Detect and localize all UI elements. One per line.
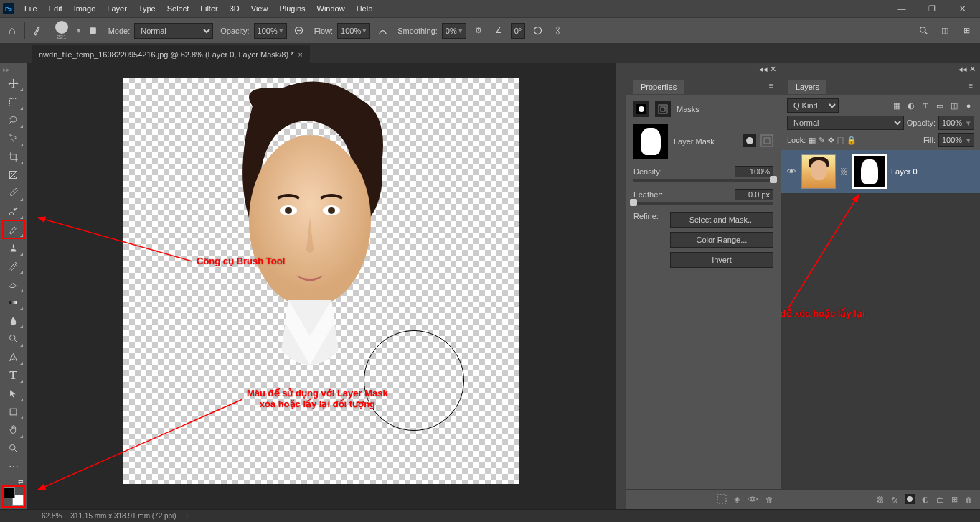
fill-value[interactable]: 100%▾ <box>938 133 974 147</box>
layer-mask-thumb[interactable] <box>852 154 887 189</box>
frame-tool[interactable] <box>4 167 24 183</box>
lock-pixels-icon[interactable]: ✎ <box>819 136 825 145</box>
document-tab[interactable]: nwdn_file_temp_1608220954216.jpg @ 62.8%… <box>32 45 310 63</box>
layer-mask-thumb[interactable] <box>633 124 668 159</box>
tab-close-icon[interactable]: × <box>298 50 302 59</box>
brush-tool[interactable] <box>4 221 24 238</box>
lock-all-icon[interactable]: 🔒 <box>847 136 857 145</box>
marquee-tool[interactable] <box>4 93 24 110</box>
lock-transparency-icon[interactable]: ▦ <box>809 136 816 145</box>
move-tool[interactable] <box>4 75 24 92</box>
tool-preset-icon[interactable] <box>31 23 47 39</box>
layer-thumb[interactable] <box>801 154 836 189</box>
add-mask-icon[interactable] <box>905 494 915 505</box>
collapse-icon[interactable]: ◂◂ ✕ <box>759 65 776 74</box>
menu-image[interactable]: Image <box>68 0 102 17</box>
gradient-tool[interactable] <box>4 294 24 311</box>
new-layer-icon[interactable]: ⊞ <box>951 495 958 504</box>
filter-pixel-icon[interactable]: ▦ <box>891 100 903 111</box>
feather-slider[interactable] <box>633 202 773 205</box>
symmetry-icon[interactable] <box>550 23 565 39</box>
menu-layer[interactable]: Layer <box>101 0 133 17</box>
shape-tool[interactable] <box>4 404 24 420</box>
layer-name[interactable]: Layer 0 <box>891 167 918 176</box>
menu-edit[interactable]: Edit <box>43 0 68 17</box>
eyedropper-tool[interactable] <box>4 185 24 201</box>
delete-mask-icon[interactable]: 🗑 <box>765 495 773 504</box>
dodge-tool[interactable] <box>4 330 24 347</box>
filter-smart-icon[interactable]: ◫ <box>948 100 960 111</box>
new-adjustment-icon[interactable]: ◐ <box>922 495 929 504</box>
toggle-mask-icon[interactable] <box>747 495 758 505</box>
minimize-button[interactable]: — <box>887 0 917 17</box>
opacity-value[interactable]: 100% ▾ <box>254 23 287 39</box>
blend-mode-select[interactable]: Normal <box>787 116 904 130</box>
history-brush-tool[interactable] <box>4 258 24 274</box>
zoom-tool[interactable] <box>4 440 24 457</box>
blur-tool[interactable] <box>4 312 24 329</box>
filter-toggle-icon[interactable]: ● <box>963 100 974 111</box>
layer-list[interactable]: ⛓ Layer 0 Layer mask để xóa hoặc lấy lại <box>781 150 980 489</box>
angle-value[interactable]: 0° <box>511 23 526 39</box>
quick-select-tool[interactable] <box>4 130 24 146</box>
canvas-area[interactable]: Công cụ Brush Tool Màu để sử dụng với La… <box>27 63 616 509</box>
close-button[interactable]: ✕ <box>947 0 977 17</box>
foreground-color[interactable] <box>4 487 15 498</box>
layer-style-icon[interactable]: fx <box>891 495 897 504</box>
menu-filter[interactable]: Filter <box>194 0 223 17</box>
smoothing-options-icon[interactable]: ⚙ <box>471 23 486 39</box>
properties-tab[interactable]: Properties <box>633 80 684 94</box>
density-slider[interactable] <box>633 179 773 182</box>
healing-brush-tool[interactable] <box>4 203 24 220</box>
filter-kind-select[interactable]: Q Kind <box>787 98 839 113</box>
feather-input[interactable] <box>735 189 773 200</box>
filter-adjust-icon[interactable]: ◐ <box>905 100 917 111</box>
zoom-level[interactable]: 62.8% <box>42 512 62 520</box>
filter-shape-icon[interactable]: ▭ <box>934 100 946 111</box>
menu-view[interactable]: View <box>245 0 274 17</box>
brush-settings-icon[interactable] <box>85 23 101 39</box>
status-caret-icon[interactable]: 〉 <box>185 511 192 521</box>
document-dimensions[interactable]: 311.15 mm x 318.91 mm (72 ppi) <box>70 512 176 520</box>
panel-menu-icon[interactable]: ≡ <box>769 81 773 90</box>
density-input[interactable] <box>735 166 773 177</box>
menu-type[interactable]: Type <box>133 0 161 17</box>
type-tool[interactable]: T <box>4 367 24 383</box>
invert-button[interactable]: Invert <box>670 252 773 268</box>
lasso-tool[interactable] <box>4 112 24 129</box>
lock-position-icon[interactable]: ✥ <box>828 136 834 145</box>
add-pixel-mask-icon[interactable] <box>743 134 756 149</box>
layer-row[interactable]: ⛓ Layer 0 <box>781 150 980 193</box>
color-range-button[interactable]: Color Range... <box>670 232 773 248</box>
pressure-size-icon[interactable] <box>529 23 545 39</box>
hand-tool[interactable] <box>4 421 24 438</box>
pen-tool[interactable] <box>4 349 24 365</box>
menu-plugins[interactable]: Plugins <box>273 0 311 17</box>
mode-select[interactable]: Normal <box>134 23 213 39</box>
document-canvas[interactable] <box>123 78 519 484</box>
link-layers-icon[interactable]: ⛓ <box>876 495 884 504</box>
load-selection-icon[interactable] <box>717 494 727 505</box>
path-select-tool[interactable] <box>4 385 24 401</box>
select-and-mask-button[interactable]: Select and Mask... <box>670 212 773 228</box>
airbrush-icon[interactable] <box>374 23 390 39</box>
vector-mask-icon[interactable] <box>655 101 671 117</box>
add-vector-mask-icon[interactable] <box>760 134 773 149</box>
restore-button[interactable]: ❐ <box>917 0 947 17</box>
link-icon[interactable]: ⛓ <box>840 167 848 176</box>
workspace-icon[interactable]: ⊞ <box>958 23 974 39</box>
eraser-tool[interactable] <box>4 276 24 292</box>
menu-window[interactable]: Window <box>311 0 351 17</box>
menu-file[interactable]: File <box>19 0 43 17</box>
smoothing-value[interactable]: 0% ▾ <box>442 23 466 39</box>
panel-gutter[interactable] <box>616 63 626 509</box>
clone-stamp-tool[interactable] <box>4 239 24 256</box>
flow-value[interactable]: 100% ▾ <box>337 23 370 39</box>
menu-3d[interactable]: 3D <box>224 0 245 17</box>
layers-tab[interactable]: Layers <box>788 80 826 94</box>
brush-preview[interactable]: 221 <box>51 20 72 42</box>
filter-type-icon[interactable]: T <box>920 100 931 111</box>
panel-menu-icon[interactable]: ≡ <box>969 81 973 90</box>
menu-help[interactable]: Help <box>351 0 379 17</box>
apply-mask-icon[interactable]: ◈ <box>734 495 740 504</box>
